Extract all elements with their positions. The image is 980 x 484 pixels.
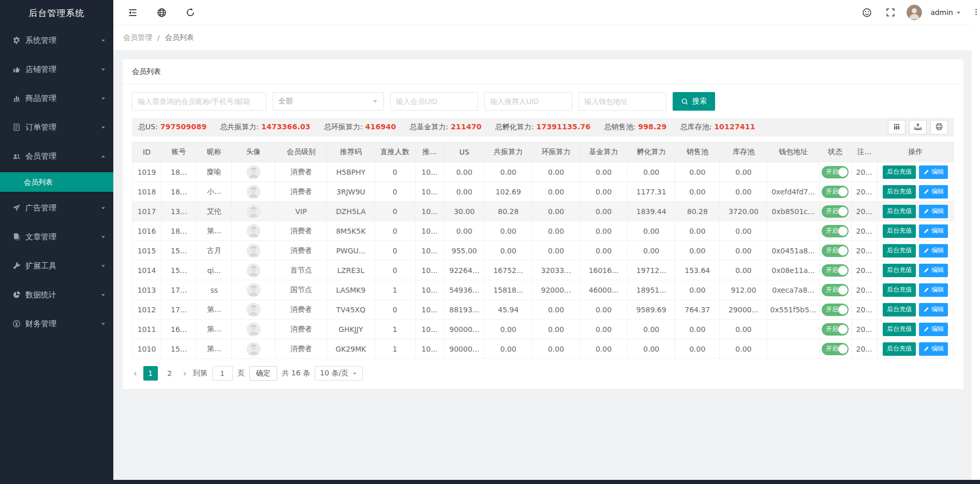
cell-us: 92264...	[444, 261, 484, 280]
refresh-icon[interactable]	[181, 0, 200, 25]
recharge-button[interactable]: 后台充值	[883, 323, 916, 336]
recharge-button[interactable]: 后台充值	[883, 205, 916, 218]
status-toggle-label: 开启	[826, 187, 838, 196]
status-toggle[interactable]: 开启	[822, 245, 849, 257]
sidebar-item-stats[interactable]: 数据统计	[0, 280, 113, 309]
recharge-button[interactable]: 后台充值	[883, 342, 916, 356]
cell-id: 1011	[132, 320, 161, 339]
status-toggle[interactable]: 开启	[822, 166, 849, 178]
cell-date: 20...	[851, 241, 877, 261]
globe-icon[interactable]	[152, 0, 171, 25]
face-icon[interactable]	[859, 0, 874, 25]
status-toggle[interactable]: 开启	[822, 205, 849, 218]
cell-status: 开启	[819, 241, 851, 261]
edit-button[interactable]: 编辑	[919, 185, 948, 199]
sidebar-item-member-list[interactable]: 会员列表	[0, 172, 113, 192]
edit-button[interactable]: 编辑	[919, 264, 948, 277]
status-toggle[interactable]: 开启	[822, 186, 849, 198]
sidebar-item-system[interactable]: 系统管理	[0, 26, 113, 55]
edit-button[interactable]: 编辑	[919, 224, 948, 238]
confirm-button[interactable]: 确定	[249, 366, 277, 381]
prev-page-button[interactable]: ‹	[132, 366, 139, 381]
sidebar-item-tools[interactable]: 扩展工具	[0, 251, 113, 280]
pencil-icon	[923, 189, 929, 195]
edit-button[interactable]: 编辑	[919, 205, 948, 218]
cell-direct: 1	[375, 320, 415, 339]
cell-nickname: 艾伦	[197, 202, 232, 221]
fullscreen-icon[interactable]	[883, 0, 898, 25]
level-select[interactable]: 全部	[273, 92, 384, 111]
recharge-button[interactable]: 后台充值	[883, 264, 916, 277]
status-toggle[interactable]: 开启	[822, 323, 849, 336]
page-number-1[interactable]: 1	[143, 366, 158, 381]
column-header-direct: 直推人数	[375, 142, 415, 162]
export-button[interactable]	[909, 120, 927, 134]
uid-input[interactable]	[390, 92, 478, 111]
cell-ring: 0.00	[532, 241, 580, 261]
cell-account: 18...	[161, 182, 197, 202]
sidebar-item-ads[interactable]: 广告管理	[0, 193, 113, 222]
goto-page-input[interactable]	[212, 366, 233, 381]
member-table-wrap: ID账号昵称头像会员级别推荐码直推人数推...US共振算力环振算力基金算力孵化算…	[132, 142, 954, 359]
status-toggle[interactable]: 开启	[822, 264, 849, 277]
recharge-button[interactable]: 后台充值	[883, 244, 916, 258]
edit-button[interactable]: 编辑	[919, 283, 948, 297]
cell-hatch: 0.00	[628, 320, 675, 339]
sidebar-item-goods[interactable]: 商品管理	[0, 84, 113, 113]
sidebar-item-articles[interactable]: 文章管理	[0, 222, 113, 251]
recharge-button[interactable]: 后台充值	[883, 185, 916, 199]
edit-button[interactable]: 编辑	[919, 165, 948, 179]
cell-sales: 153.64	[675, 261, 720, 280]
edit-button[interactable]: 编辑	[919, 323, 948, 336]
recharge-button[interactable]: 后台充值	[883, 165, 916, 179]
recharge-button[interactable]: 后台充值	[883, 224, 916, 238]
stat-label: 总共振算力:	[220, 123, 259, 131]
avatar[interactable]	[907, 5, 922, 20]
cell-us: 0.00	[444, 182, 484, 202]
more-vert-icon[interactable]	[972, 8, 980, 16]
page-number-2[interactable]: 2	[162, 366, 177, 381]
cell-actions: 后台充值编辑	[877, 339, 954, 359]
status-toggle[interactable]: 开启	[822, 304, 849, 316]
stat-item: 总US:797509089	[138, 123, 206, 132]
recharge-button[interactable]: 后台充值	[883, 303, 916, 316]
edit-button[interactable]: 编辑	[919, 244, 948, 258]
chevron-down-icon	[100, 263, 106, 269]
pagination: ‹12›到第页确定共 16 条10 条/页	[132, 366, 954, 381]
cell-resonance: 102.69	[484, 182, 532, 202]
recharge-button[interactable]: 后台充值	[883, 283, 916, 297]
user-menu[interactable]: admin	[930, 8, 961, 17]
page-size-select[interactable]: 10 条/页	[315, 366, 363, 381]
edit-button[interactable]: 编辑	[919, 342, 948, 356]
sidebar-submenu: 会员列表	[0, 171, 113, 193]
status-toggle[interactable]: 开启	[822, 225, 849, 237]
wallet-input[interactable]	[578, 92, 666, 111]
pencil-icon	[923, 228, 929, 234]
cell-date: 20...	[851, 280, 877, 300]
breadcrumb-parent[interactable]: 会员管理	[123, 33, 152, 42]
edit-button[interactable]: 编辑	[919, 303, 948, 316]
referrer-uid-input[interactable]	[484, 92, 572, 111]
menu-fold-icon[interactable]	[123, 0, 142, 25]
cell-fund: 0.00	[580, 241, 628, 261]
sidebar-item-members[interactable]: 会员管理	[0, 142, 113, 171]
status-toggle[interactable]: 开启	[822, 343, 849, 355]
sidebar-item-orders[interactable]: 订单管理	[0, 113, 113, 142]
next-page-button[interactable]: ›	[182, 366, 188, 381]
sidebar-item-shop[interactable]: 店铺管理	[0, 55, 113, 84]
filter-bar: 全部 搜索	[123, 84, 963, 118]
column-header-resonance: 共振算力	[484, 142, 532, 162]
print-button[interactable]	[930, 120, 948, 134]
pencil-icon	[923, 346, 929, 352]
cell-stock: 0.00	[720, 162, 767, 182]
cell-avatar	[232, 202, 275, 221]
chevron-down-icon	[100, 67, 106, 72]
status-toggle[interactable]: 开启	[822, 284, 849, 296]
columns-button[interactable]	[888, 120, 905, 134]
cell-wallet: 0xefd4fd7...	[767, 182, 819, 202]
sidebar-item-finance[interactable]: 财务管理	[0, 309, 113, 338]
search-button[interactable]: 搜索	[673, 92, 715, 111]
cell-actions: 后台充值编辑	[877, 221, 954, 241]
keyword-input[interactable]	[132, 92, 266, 111]
edit-button-label: 编辑	[931, 168, 944, 176]
